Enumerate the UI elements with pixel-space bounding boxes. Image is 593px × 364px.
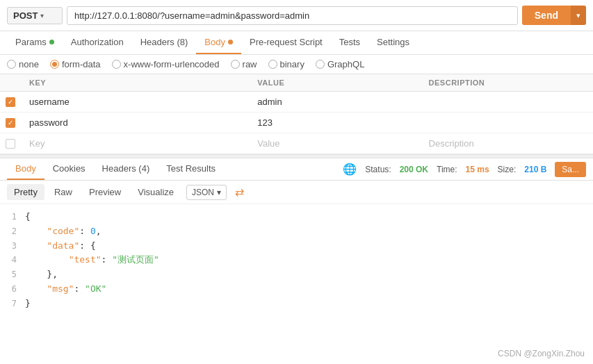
table-header-row: KEY VALUE DESCRIPTION: [0, 74, 593, 92]
url-bar: POST ▾ Send ▾: [0, 0, 593, 31]
size-label: Size:: [498, 165, 517, 174]
tab-tests-label: Tests: [339, 37, 360, 47]
radio-binary: [268, 60, 277, 69]
method-selector[interactable]: POST ▾: [7, 7, 63, 24]
row2-key[interactable]: password: [21, 113, 249, 133]
code-line-7: 7 }: [0, 297, 593, 311]
placeholder-value[interactable]: Value: [249, 133, 420, 154]
tab-tests[interactable]: Tests: [331, 31, 368, 54]
row2-value[interactable]: 123: [249, 113, 420, 133]
code-line-5: 5 },: [0, 267, 593, 282]
size-value: 210 B: [524, 165, 546, 174]
code-content-2: "code": 0,: [25, 224, 101, 239]
tab-params[interactable]: Params: [7, 31, 63, 54]
body-type-binary[interactable]: binary: [268, 59, 304, 69]
view-tab-raw-label: Raw: [54, 187, 72, 197]
body-type-binary-label: binary: [280, 59, 304, 69]
save-response-button[interactable]: Sa...: [555, 162, 586, 177]
format-chevron-icon: ▾: [217, 188, 221, 197]
tab-body[interactable]: Body: [196, 31, 241, 54]
tab-prerequest[interactable]: Pre-request Script: [241, 31, 331, 54]
line-num-5: 5: [0, 268, 25, 281]
watermark: CSDN @ZongXin.Zhou: [498, 349, 585, 358]
time-label: Time:: [437, 165, 457, 174]
row2-checkbox-cell[interactable]: ✓: [0, 113, 21, 133]
view-tab-visualize[interactable]: Visualize: [131, 184, 181, 200]
wrap-icon[interactable]: ⇄: [235, 185, 244, 199]
row1-key[interactable]: username: [21, 92, 249, 113]
resp-tab-testresults-label: Test Results: [166, 163, 216, 174]
th-key: KEY: [21, 74, 249, 92]
placeholder-key[interactable]: Key: [21, 133, 249, 154]
response-section: Body Cookies Headers (4) Test Results 🌐 …: [0, 158, 593, 317]
placeholder-checkbox: [6, 139, 15, 149]
radio-none: [7, 60, 16, 69]
tab-body-label: Body: [204, 37, 225, 47]
body-type-none[interactable]: none: [7, 59, 39, 69]
code-content-5: },: [25, 267, 58, 282]
body-type-urlencoded[interactable]: x-www-form-urlencoded: [112, 59, 220, 69]
body-type-graphql[interactable]: GraphQL: [316, 59, 364, 69]
body-type-formdata-label: form-data: [62, 59, 101, 69]
placeholder-checkbox-cell: [0, 133, 21, 154]
code-content-4: "test": "测试页面": [25, 253, 159, 267]
resp-tab-body-label: Body: [15, 163, 36, 174]
format-selector[interactable]: JSON ▾: [186, 185, 227, 200]
table-placeholder-row[interactable]: Key Value Description: [0, 133, 593, 154]
line-num-1: 1: [0, 210, 25, 224]
line-num-4: 4: [0, 254, 25, 267]
th-value: VALUE: [249, 74, 420, 92]
body-type-none-label: none: [19, 59, 39, 69]
radio-graphql: [316, 60, 325, 69]
line-num-7: 7: [0, 297, 25, 311]
send-button[interactable]: Send: [522, 6, 571, 25]
body-type-urlencoded-label: x-www-form-urlencoded: [124, 59, 220, 69]
row1-checkbox-cell[interactable]: ✓: [0, 92, 21, 113]
placeholder-description[interactable]: Description: [421, 133, 593, 154]
table-row: ✓ username admin: [0, 92, 593, 113]
code-content-3: "data": {: [25, 239, 96, 254]
code-content-6: "msg": "OK": [25, 282, 106, 297]
tab-settings-label: Settings: [377, 37, 409, 47]
view-tab-raw[interactable]: Raw: [47, 184, 79, 200]
code-line-2: 2 "code": 0,: [0, 224, 593, 239]
resp-tab-body[interactable]: Body: [7, 158, 44, 180]
body-type-formdata[interactable]: form-data: [50, 59, 101, 69]
code-line-1: 1 {: [0, 210, 593, 224]
row2-description[interactable]: [421, 113, 593, 133]
method-label: POST: [13, 10, 38, 21]
tab-headers[interactable]: Headers (8): [132, 31, 197, 54]
row1-checkbox[interactable]: ✓: [6, 97, 15, 107]
body-type-graphql-label: GraphQL: [327, 59, 364, 69]
row1-value[interactable]: admin: [249, 92, 420, 113]
globe-icon: 🌐: [343, 163, 357, 176]
url-input[interactable]: [67, 6, 518, 25]
row2-checkbox[interactable]: ✓: [6, 118, 15, 128]
response-tabs: Body Cookies Headers (4) Test Results: [7, 158, 343, 180]
params-dot: [49, 40, 54, 44]
time-value: 15 ms: [466, 165, 489, 174]
resp-tab-headers-label: Headers (4): [102, 163, 150, 174]
resp-tab-testresults[interactable]: Test Results: [158, 158, 224, 180]
status-value: 200 OK: [400, 165, 428, 174]
body-type-bar: none form-data x-www-form-urlencoded raw…: [0, 55, 593, 74]
method-chevron-icon: ▾: [40, 12, 44, 19]
tab-prerequest-label: Pre-request Script: [250, 37, 323, 47]
tab-settings[interactable]: Settings: [368, 31, 418, 54]
resp-tab-cookies[interactable]: Cookies: [44, 158, 94, 180]
line-num-3: 3: [0, 240, 25, 253]
th-description: DESCRIPTION: [421, 74, 593, 92]
send-arrow-button[interactable]: ▾: [571, 6, 586, 25]
view-tab-pretty[interactable]: Pretty: [7, 184, 44, 200]
format-label: JSON: [192, 188, 214, 197]
tab-headers-label: Headers (8): [140, 37, 188, 47]
resp-tab-headers[interactable]: Headers (4): [94, 158, 159, 180]
tab-authorization[interactable]: Authorization: [63, 31, 132, 54]
body-type-raw[interactable]: raw: [231, 59, 257, 69]
view-tab-preview[interactable]: Preview: [82, 184, 128, 200]
row1-description[interactable]: [421, 92, 593, 113]
code-content-7: }: [25, 297, 31, 311]
view-tab-visualize-label: Visualize: [138, 187, 174, 197]
status-label: Status:: [365, 165, 391, 174]
radio-raw: [231, 60, 240, 69]
